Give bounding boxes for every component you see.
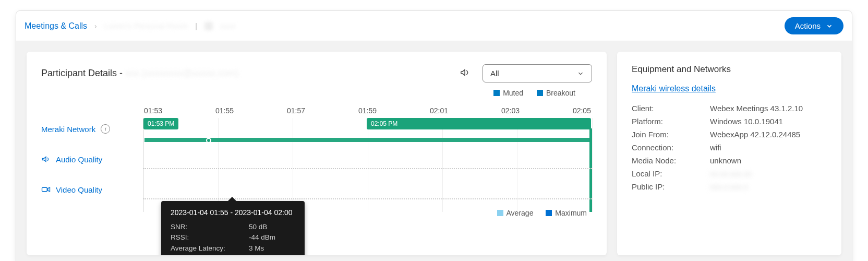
tooltip-value: 50 dB [249, 222, 267, 232]
filter-select-value: All [490, 69, 499, 78]
gridline [517, 118, 517, 212]
kv-row: Client:Webex Meetings 43.1.2.10 [632, 104, 827, 113]
title-prefix: Participant Details - [41, 68, 125, 78]
kv-row: Platform:Windows 10.0.19041 [632, 117, 827, 126]
divider: | [195, 22, 197, 30]
row-label: Meraki Network [41, 125, 95, 134]
breadcrumb-faded: Lorem's Personal Room [104, 21, 188, 30]
megaphone-icon[interactable] [460, 67, 471, 80]
legend-label-muted: Muted [503, 89, 523, 97]
video-icon [41, 185, 51, 194]
row-label: Audio Quality [56, 155, 102, 164]
kv-key: Join From: [632, 130, 710, 139]
legend-top: Muted Breakout [41, 89, 575, 97]
row-video-quality[interactable]: Video Quality [41, 182, 143, 197]
video-track-line[interactable] [143, 198, 592, 199]
gridline [368, 118, 368, 212]
axis-tick: 02:05 [573, 106, 591, 115]
legend-swatch-muted [493, 90, 500, 96]
content-body: Participant Details - xxx (xxxxxxxx@xxxx… [16, 41, 852, 261]
breadcrumb-faded-2: xxxx [220, 21, 236, 30]
tooltip-key: RSSI: [171, 232, 249, 243]
panel-title: Equipment and Networks [632, 64, 827, 75]
chart-area: Meraki Network i Audio Quality Video Qua… [41, 106, 592, 217]
page-title: Participant Details - xxx (xxxxxxxx@xxxx… [41, 68, 239, 79]
svg-marker-1 [48, 187, 50, 192]
kv-row: Media Node:unknown [632, 156, 827, 165]
kv-value: unknown [710, 156, 741, 165]
kv-row: Local IP:xx.xx.xxx.xx [632, 169, 827, 178]
participant-details-panel: Participant Details - xxx (xxxxxxxx@xxxx… [27, 52, 607, 255]
actions-button[interactable]: Actions [785, 17, 843, 34]
legend-label-breakout: Breakout [546, 89, 575, 97]
kv-key: Platform: [632, 117, 710, 126]
audio-track-line[interactable] [143, 168, 592, 169]
axis-tick: 01:59 [358, 106, 377, 115]
kv-value: wifi [710, 143, 721, 152]
session-end-marker [589, 128, 592, 212]
kv-key: Local IP: [632, 169, 710, 178]
row-meraki-network[interactable]: Meraki Network i [41, 121, 143, 137]
end-time-badge: 02:05 PM [367, 118, 591, 129]
kv-value: xxx.x.xxx.x [710, 182, 748, 191]
kv-key: Public IP: [632, 182, 710, 191]
data-point[interactable] [206, 138, 211, 143]
tooltip-row-latency: Average Latency:3 Ms [171, 243, 295, 254]
row-audio-quality[interactable]: Audio Quality [41, 151, 143, 167]
svg-rect-0 [42, 187, 47, 192]
legend-swatch-breakout [537, 90, 543, 96]
kv-key: Client: [632, 104, 710, 113]
kv-key: Media Node: [632, 156, 710, 165]
tooltip-title: 2023-01-04 01:55 - 2023-01-04 02:00 [171, 208, 295, 217]
chevron-down-icon [826, 22, 833, 30]
tooltip-key: Average Latency: [171, 243, 249, 254]
top-bar: Meetings & Calls › Lorem's Personal Room… [16, 11, 852, 41]
actions-button-label: Actions [795, 21, 821, 30]
tooltip-value: 3 Ms [249, 243, 264, 254]
kv-row: Join From:WebexApp 42.12.0.24485 [632, 130, 827, 139]
kv-row: Connection:wifi [632, 143, 827, 152]
header-controls: All [460, 64, 592, 82]
equipment-kv-list: Client:Webex Meetings 43.1.2.10Platform:… [632, 104, 827, 191]
tooltip-row-rssi: RSSI:-44 dBm [171, 232, 295, 243]
gridline [442, 118, 443, 212]
kv-value: Windows 10.0.19041 [710, 117, 783, 126]
speaker-icon [41, 155, 51, 164]
kv-row: Public IP:xxx.x.xxx.x [632, 182, 827, 191]
x-axis: 01:53 01:55 01:57 01:59 02:01 02:03 02:0… [143, 106, 592, 115]
kv-value: WebexApp 42.12.0.24485 [710, 130, 800, 139]
breadcrumb: Meetings & Calls › Lorem's Personal Room… [25, 21, 236, 31]
chevron-down-icon [577, 70, 584, 77]
gridline [293, 118, 293, 212]
breadcrumb-link-meetings[interactable]: Meetings & Calls [25, 21, 87, 31]
row-label: Video Quality [56, 185, 102, 194]
chevron-right-icon: › [94, 22, 97, 30]
axis-tick: 01:57 [287, 106, 305, 115]
tooltip-value: -44 dBm [249, 232, 275, 243]
gridline [592, 118, 593, 212]
axis-tick: 02:03 [501, 106, 520, 115]
kv-value: xx.xx.xxx.xx [710, 169, 752, 178]
filter-select[interactable]: All [483, 64, 592, 82]
page-container: Meetings & Calls › Lorem's Personal Room… [16, 10, 852, 261]
start-time-badge: 01:53 PM [143, 118, 178, 129]
axis-tick: 01:55 [215, 106, 234, 115]
kv-key: Connection: [632, 143, 710, 152]
meraki-details-link[interactable]: Meraki wireless details [632, 84, 716, 93]
chart-tooltip: 2023-01-04 01:55 - 2023-01-04 02:00 SNR:… [161, 201, 305, 255]
axis-tick: 02:01 [430, 106, 448, 115]
plot-area: 01:53 PM 02:05 PM [143, 118, 592, 212]
row-labels: Meraki Network i Audio Quality Video Qua… [41, 106, 143, 217]
axis-tick: 01:53 [144, 106, 162, 115]
panel-header: Participant Details - xxx (xxxxxxxx@xxxx… [41, 64, 592, 82]
tooltip-key: SNR: [171, 222, 249, 232]
title-participant-name: xxx (xxxxxxxx@xxxxx.com) [125, 68, 239, 78]
equipment-networks-panel: Equipment and Networks Meraki wireless d… [617, 52, 841, 255]
kv-value: Webex Meetings 43.1.2.10 [710, 104, 803, 113]
gridline [218, 118, 219, 212]
tooltip-row-snr: SNR:50 dB [171, 222, 295, 232]
device-icon [204, 22, 213, 30]
info-icon[interactable]: i [101, 124, 110, 134]
meraki-quality-bar[interactable] [144, 138, 592, 142]
